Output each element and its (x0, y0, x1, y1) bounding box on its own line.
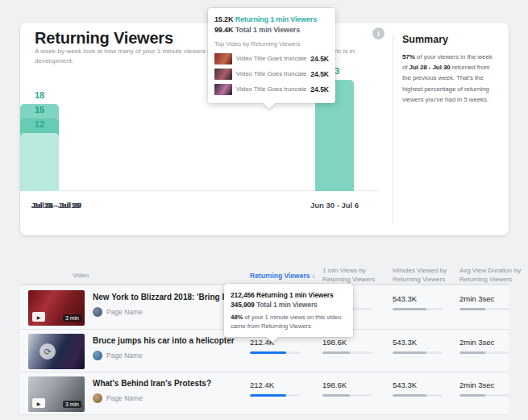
video-thumbnail[interactable]: ▶ 3 min (28, 376, 85, 412)
page-name: Page Name (106, 394, 143, 402)
video-thumbnail (214, 69, 232, 80)
minutes-viewed-cell: 543.3K (393, 294, 446, 310)
chart-tooltip: 15.2K Returning 1 min Viewers 99.4K Tota… (208, 8, 335, 103)
page-avatar (93, 351, 102, 360)
bar-value-label: 15 (20, 105, 59, 114)
column-header-video: Video (73, 272, 89, 281)
tooltip-video-item[interactable]: Video Title Goes truncate... 24.5K (214, 81, 329, 97)
page-title: Returning Viewers (35, 29, 173, 48)
sort-desc-icon: ↓ (312, 272, 315, 280)
video-title[interactable]: Bruce jumps his car into a helicopter (93, 336, 235, 345)
1min-views-cell: 198.6K (322, 338, 376, 354)
progress-bar (322, 394, 372, 397)
column-header-minutes-viewed: Minutes Viewed byReturning Viewers (393, 267, 447, 285)
page-avatar (93, 307, 102, 317)
returning-viewers-page: Returning Viewers A week-by-week look at… (0, 0, 528, 420)
tooltip-video-item[interactable]: Video Title Goes truncate... 24.5K (214, 51, 329, 66)
bar-value-label: 18 (20, 90, 59, 100)
returning-viewers-cell: 212.4K (250, 338, 303, 354)
table-tooltip: 212,456 Returning 1 min Viewers 345,909 … (224, 284, 353, 337)
avg-duration-cell: 2min 3sec (459, 380, 513, 397)
tooltip-returning-line: 15.2K Returning 1 min Viewers (214, 15, 329, 25)
video-thumbnail[interactable]: ▶ 3 min (28, 290, 85, 326)
progress-bar (393, 308, 443, 310)
avg-duration-cell: 2min 3sec (459, 294, 513, 310)
bar-value-label: 12 (20, 119, 59, 129)
info-icon[interactable]: i (372, 27, 385, 40)
page-info: Page Name (93, 351, 143, 360)
progress-bar (393, 394, 443, 397)
1min-views-cell: 198.6K (322, 380, 376, 397)
returning-viewers-cell: 212.4K (250, 380, 303, 397)
video-title: Video Title Goes truncate... (236, 70, 307, 77)
column-header-avg-duration: Avg View Duration byReturning Viewers (459, 267, 521, 285)
progress-bar (459, 394, 509, 397)
video-thumbnail (214, 84, 232, 95)
tooltip-description: 48% of your 1 minute views on this video… (231, 314, 347, 331)
chart-bar[interactable] (20, 133, 59, 191)
video-title: Video Title Goes truncate... (236, 85, 307, 93)
column-header-returning-viewers[interactable]: Returning Viewers ↓ (250, 272, 315, 281)
x-axis-label: Jul 28 - Jul 30 (20, 201, 93, 210)
card-divider (393, 34, 393, 224)
video-value: 24.5K (310, 55, 329, 63)
video-title: Video Title Goes truncate... (236, 55, 307, 62)
tooltip-total-line: 99.4K Total 1 min Viewers (214, 25, 329, 35)
video-value: 24.5K (310, 70, 329, 78)
page-name: Page Name (106, 351, 143, 360)
duration-badge: 3 min (63, 314, 81, 322)
360-video-icon: ⟳ (39, 343, 56, 360)
progress-bar (250, 394, 300, 397)
x-axis-label: Jun 30 - Jul 6 (298, 201, 371, 210)
progress-bar (393, 351, 443, 354)
summary-text: 57% of your viewers in the week of Jul 2… (402, 52, 499, 105)
tooltip-total-line: 345,909 Total 1 min Viewers (231, 300, 347, 310)
progress-bar (250, 351, 300, 354)
play-icon: ▶ (32, 398, 45, 408)
page-avatar (93, 393, 102, 403)
play-icon: ▶ (32, 312, 45, 322)
table-row[interactable]: ▶ 3 min What's Behind Iran's Protests? P… (20, 372, 509, 415)
summary-panel: Summary 57% of your viewers in the week … (402, 34, 499, 105)
column-header-1min-views: 1 min Views byReturning Viewers (322, 267, 375, 285)
minutes-viewed-cell: 543.3K (393, 338, 446, 354)
summary-title: Summary (402, 34, 499, 45)
progress-bar (459, 351, 509, 354)
page-name: Page Name (106, 308, 143, 316)
avg-duration-cell: 2min 3sec (459, 338, 513, 354)
page-info: Page Name (93, 393, 143, 403)
video-thumbnail[interactable]: ⟳ (28, 334, 85, 369)
returning-viewers-chart: Returning Viewers A week-by-week look at… (20, 23, 393, 235)
progress-bar (459, 308, 509, 310)
tooltip-section-label: Top Video by Returning Viewers (214, 40, 329, 48)
minutes-viewed-cell: 543.3K (393, 380, 446, 397)
tooltip-video-item[interactable]: Video Title Goes truncate... 24.5K (214, 66, 329, 81)
duration-badge: 3 min (63, 401, 81, 408)
tooltip-returning-line: 212,456 Returning 1 min Viewers (231, 290, 347, 300)
progress-bar (322, 351, 372, 354)
video-thumbnail (214, 53, 232, 64)
video-title[interactable]: What's Behind Iran's Protests? (93, 379, 211, 388)
video-value: 24.5K (310, 85, 329, 94)
video-title[interactable]: New York to Blizzard 2018: 'Bring It' (93, 293, 229, 301)
page-info: Page Name (93, 307, 143, 317)
